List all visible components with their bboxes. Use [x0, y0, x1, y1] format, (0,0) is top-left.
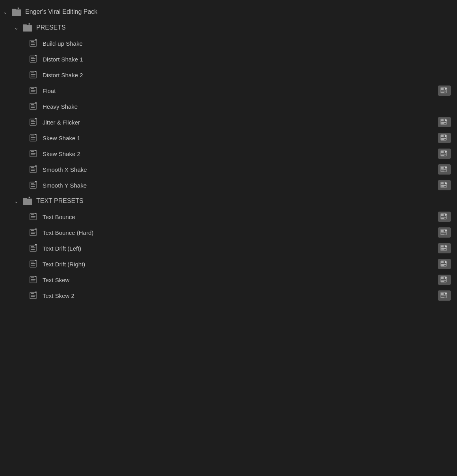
svg-text:▶: ▶: [445, 150, 448, 153]
text-preset-item-icon: ★: [28, 228, 39, 237]
svg-rect-101: [31, 232, 35, 232]
svg-rect-67: [31, 167, 34, 168]
svg-rect-77: [31, 183, 34, 184]
preset-item[interactable]: ★ Skew Shake 2 ▶: [0, 146, 457, 162]
svg-rect-12: [31, 57, 34, 58]
preset-items-list: ★ Build-up Shake ★ Distort Shake 1: [0, 35, 457, 193]
apply-preset-button[interactable]: ▶: [438, 212, 451, 222]
preset-item[interactable]: ★ Smooth Y Shake ▶: [0, 177, 457, 193]
svg-rect-14: [31, 60, 35, 61]
svg-rect-49: [31, 139, 35, 139]
svg-rect-125: [441, 261, 444, 263]
preset-item-label: Distort Shake 1: [43, 56, 83, 63]
text-preset-item-label: Text Skew 2: [43, 292, 74, 299]
svg-text:★: ★: [35, 55, 37, 57]
text-preset-item[interactable]: ★ Text Bounce (Hard) ▶: [0, 225, 457, 240]
text-preset-item[interactable]: ★ Text Skew 2 ▶: [0, 288, 457, 303]
svg-rect-92: [31, 218, 35, 218]
effects-tree: ⌄ ★ Enger's Viral Editing Pack ⌄ ★: [0, 0, 457, 307]
svg-text:▶: ▶: [445, 119, 448, 121]
preset-item[interactable]: ★ Distort Shake 2: [0, 67, 457, 83]
text-preset-item[interactable]: ★ Text Drift (Left) ▶: [0, 240, 457, 256]
preset-item-icon: ★: [28, 102, 39, 111]
svg-rect-4: [23, 24, 27, 26]
preset-item-label: Jitter & Flicker: [43, 119, 80, 126]
svg-rect-62: [441, 151, 444, 153]
apply-preset-button[interactable]: ▶: [438, 149, 451, 159]
apply-preset-button[interactable]: ▶: [438, 259, 451, 269]
text-preset-item[interactable]: ★ Text Bounce ▶: [0, 209, 457, 225]
svg-rect-32: [31, 104, 34, 105]
svg-rect-37: [31, 120, 34, 121]
text-preset-item-label: Text Drift (Left): [43, 245, 81, 252]
preset-item-icon: ★: [28, 180, 39, 190]
text-preset-item[interactable]: ★ Text Drift (Right) ▶: [0, 256, 457, 272]
svg-rect-110: [31, 246, 34, 247]
svg-rect-42: [441, 119, 444, 121]
svg-text:▶: ▶: [445, 229, 448, 232]
preset-item[interactable]: ★ Skew Shake 1 ▶: [0, 130, 457, 146]
preset-item[interactable]: ★ Heavy Shake: [0, 99, 457, 114]
svg-rect-27: [441, 88, 444, 90]
apply-preset-button[interactable]: ▶: [438, 117, 451, 127]
text-presets-folder-label: TEXT PRESETS: [36, 197, 84, 205]
svg-text:★: ★: [35, 181, 37, 183]
svg-text:▶: ▶: [445, 166, 448, 169]
preset-item[interactable]: ★ Smooth X Shake ▶: [0, 162, 457, 177]
svg-text:★: ★: [35, 276, 37, 277]
root-folder-icon: ★: [11, 7, 22, 17]
svg-text:★: ★: [35, 71, 37, 73]
apply-preset-button[interactable]: ▶: [438, 275, 451, 285]
svg-rect-18: [31, 74, 35, 75]
preset-item-icon: ★: [28, 117, 39, 127]
apply-preset-button[interactable]: ▶: [438, 243, 451, 253]
svg-rect-34: [31, 107, 35, 108]
svg-rect-100: [31, 230, 34, 231]
chevron-down-icon: ⌄: [3, 9, 11, 15]
svg-rect-8: [31, 43, 35, 43]
apply-preset-button[interactable]: ▶: [438, 227, 451, 238]
svg-rect-136: [441, 280, 446, 281]
root-item[interactable]: ⌄ ★ Enger's Viral Editing Pack: [0, 4, 457, 20]
text-preset-item[interactable]: ★ Text Skew ▶: [0, 272, 457, 288]
svg-text:▶: ▶: [445, 213, 448, 216]
svg-text:★: ★: [28, 197, 30, 199]
preset-item[interactable]: ★ Build-up Shake: [0, 35, 457, 51]
svg-text:▶: ▶: [445, 292, 448, 295]
presets-folder-icon: ★: [22, 23, 33, 32]
svg-text:★: ★: [28, 23, 30, 25]
svg-rect-106: [441, 232, 446, 233]
svg-rect-44: [441, 123, 444, 124]
apply-preset-button[interactable]: ▶: [438, 290, 451, 301]
preset-item-label: Heavy Shake: [43, 103, 78, 110]
svg-rect-82: [441, 182, 444, 184]
svg-text:★: ★: [35, 229, 37, 230]
text-presets-chevron-icon: ⌄: [14, 198, 22, 204]
svg-text:▶: ▶: [445, 87, 448, 90]
svg-rect-28: [441, 91, 446, 91]
apply-preset-button[interactable]: ▶: [438, 86, 451, 96]
svg-rect-53: [441, 138, 446, 139]
svg-rect-48: [31, 137, 35, 138]
svg-text:▶: ▶: [445, 182, 448, 184]
text-preset-item-icon: ★: [28, 244, 39, 253]
apply-preset-button[interactable]: ▶: [438, 133, 451, 143]
text-preset-item-label: Text Drift (Right): [43, 261, 85, 268]
svg-rect-90: [31, 214, 34, 215]
apply-preset-button[interactable]: ▶: [438, 180, 451, 190]
preset-item[interactable]: ★ Float ▶: [0, 83, 457, 99]
svg-rect-24: [31, 91, 35, 92]
svg-rect-7: [31, 41, 34, 42]
preset-item[interactable]: ★ Distort Shake 1: [0, 51, 457, 67]
preset-item-label: Smooth X Shake: [43, 166, 87, 173]
svg-rect-112: [31, 249, 35, 250]
apply-preset-button[interactable]: ▶: [438, 164, 451, 175]
preset-item[interactable]: ★ Jitter & Flicker ▶: [0, 114, 457, 130]
preset-item-label: Float: [43, 87, 56, 94]
svg-rect-130: [31, 277, 34, 278]
svg-rect-9: [31, 44, 35, 45]
svg-rect-120: [31, 262, 34, 262]
presets-folder-item[interactable]: ⌄ ★ PRESETS: [0, 20, 457, 35]
text-presets-folder-item[interactable]: ⌄ ★ TEXT PRESETS: [0, 193, 457, 209]
svg-rect-131: [31, 279, 35, 280]
